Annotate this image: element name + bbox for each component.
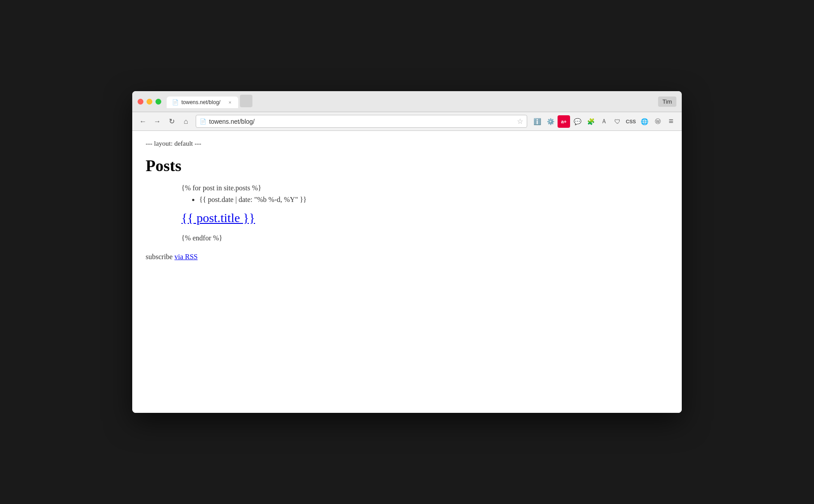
- subscribe-section: subscribe via RSS: [146, 253, 668, 261]
- address-bar[interactable]: 📄 ☆: [196, 115, 527, 128]
- home-button[interactable]: ⌂: [180, 115, 192, 128]
- forward-icon: →: [154, 118, 161, 126]
- back-icon: ←: [139, 118, 147, 126]
- template-block: {% for post in site.posts %} {{ post.dat…: [172, 184, 668, 242]
- new-tab-button[interactable]: [240, 95, 252, 107]
- endfor-text: {% endfor %}: [181, 234, 668, 242]
- rss-link[interactable]: via RSS: [174, 253, 197, 260]
- gear-icon[interactable]: ⚙️: [544, 115, 557, 128]
- extensions-icon[interactable]: 🧩: [584, 115, 597, 128]
- address-input[interactable]: [209, 118, 514, 125]
- active-tab[interactable]: 📄 towens.net/blog/ ×: [167, 97, 238, 108]
- css-icon[interactable]: CSS: [625, 115, 637, 128]
- date-template-item: {{ post.date | date: "%b %-d, %Y" }}: [199, 196, 668, 204]
- close-button[interactable]: [138, 99, 143, 105]
- title-bar: 📄 towens.net/blog/ × Tim: [132, 91, 682, 112]
- subscribe-prefix: subscribe: [146, 253, 174, 260]
- window-controls: [138, 99, 161, 105]
- menu-icon[interactable]: ≡: [665, 115, 677, 128]
- info-icon[interactable]: ℹ️: [531, 115, 543, 128]
- reload-button[interactable]: ↻: [165, 115, 178, 128]
- back-button[interactable]: ←: [137, 115, 149, 128]
- tab-close-button[interactable]: ×: [227, 99, 233, 105]
- globe-icon[interactable]: 🌐: [638, 115, 650, 128]
- hamburger-icon: ≡: [669, 117, 674, 126]
- maximize-button[interactable]: [155, 99, 161, 105]
- annotate-icon[interactable]: a+: [558, 115, 570, 128]
- tab-document-icon: 📄: [172, 99, 179, 105]
- chat-icon[interactable]: 💬: [571, 115, 583, 128]
- post-title-link[interactable]: {{ post.title }}: [181, 211, 668, 225]
- toolbar-icons: ℹ️ ⚙️ a+ 💬 🧩 Ａ 🛡 CSS: [531, 115, 677, 128]
- annotate-label: a+: [561, 119, 567, 124]
- home-icon: ⌂: [184, 118, 188, 126]
- w-icon[interactable]: Ⓦ: [651, 115, 664, 128]
- address-document-icon: 📄: [200, 118, 206, 125]
- for-loop-text: {% for post in site.posts %}: [181, 184, 668, 192]
- bookmark-star-icon[interactable]: ☆: [517, 117, 523, 126]
- tabs-row: 📄 towens.net/blog/ ×: [167, 95, 658, 108]
- minimize-button[interactable]: [147, 99, 152, 105]
- tab-title: towens.net/blog/: [181, 99, 225, 105]
- forward-button[interactable]: →: [151, 115, 164, 128]
- page-content: --- layout: default --- Posts {% for pos…: [132, 131, 682, 413]
- page-heading: Posts: [146, 156, 668, 175]
- text-style-icon[interactable]: Ａ: [598, 115, 610, 128]
- browser-window: 📄 towens.net/blog/ × Tim ← → ↻ ⌂ 📄 ☆: [132, 91, 682, 413]
- nav-bar: ← → ↻ ⌂ 📄 ☆ ℹ️ ⚙️ a+ 💬: [132, 112, 682, 131]
- profile-button[interactable]: Tim: [658, 97, 676, 107]
- layout-comment: --- layout: default ---: [146, 140, 668, 147]
- shield-icon[interactable]: 🛡: [611, 115, 624, 128]
- reload-icon: ↻: [169, 117, 175, 126]
